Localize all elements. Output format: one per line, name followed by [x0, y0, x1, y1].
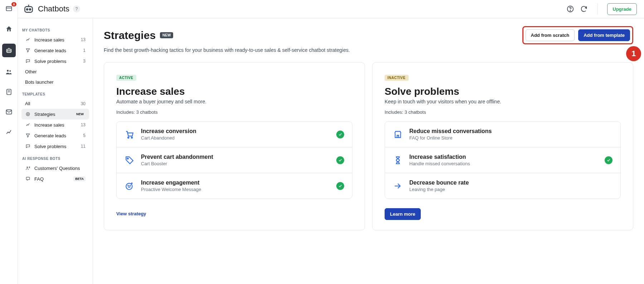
svg-rect-0 [6, 6, 11, 11]
help-circle-icon[interactable] [566, 5, 575, 13]
svg-rect-16 [26, 177, 29, 180]
card-title: Increase sales [116, 86, 352, 97]
sidebar-item-solve-problems[interactable]: Solve problems3 [21, 56, 89, 67]
strategy-item[interactable]: Increase conversionCart Abandoned [117, 122, 352, 147]
sidebar-item-label: FAQ [34, 176, 44, 182]
sidebar-item-count: 13 [81, 37, 86, 42]
sidebar-item-tpl-generate-leads[interactable]: Generate leads5 [21, 130, 89, 141]
inbox-icon [5, 5, 13, 13]
svg-point-15 [27, 167, 28, 168]
sidebar-item-tpl-increase-sales[interactable]: Increase sales13 [21, 119, 89, 130]
page-title: Strategies [104, 29, 156, 41]
add-from-scratch-button[interactable]: Add from scratch [526, 29, 575, 41]
svg-point-13 [26, 112, 29, 116]
add-from-template-button[interactable]: Add from template [578, 29, 630, 41]
mail-icon [5, 108, 13, 116]
sidebar-item-count: 11 [81, 144, 86, 149]
svg-point-4 [7, 70, 9, 72]
sidebar-item-badge: NEW [74, 112, 86, 117]
svg-point-9 [26, 9, 28, 10]
strategy-item[interactable]: Decrease bounce rateLeaving the page [385, 173, 620, 199]
svg-point-18 [131, 137, 132, 138]
item-title: Decrease bounce rate [409, 180, 613, 186]
card-desc: Automate a buyer journey and sell more. [116, 99, 352, 104]
funnel-icon [25, 48, 31, 53]
card-includes: Includes: 3 chatbots [116, 109, 352, 115]
store-icon [393, 129, 403, 139]
strategy-item[interactable]: Increase engagementProactive Welcome Mes… [117, 173, 352, 199]
strategy-item[interactable]: Increase satisfactionHandle missed conve… [385, 147, 620, 173]
sidebar-item-bots-launcher[interactable]: Bots launcher [21, 77, 89, 87]
robot-logo-icon [23, 3, 34, 15]
chart-icon [5, 128, 13, 136]
sidebar-item-count: 13 [81, 122, 86, 127]
strategy-card-solve-problems: INACTIVE Solve problems Keep in touch wi… [372, 62, 633, 230]
refresh-icon[interactable] [580, 5, 588, 13]
strategy-card-increase-sales: ACTIVE Increase sales Automate a buyer j… [104, 62, 365, 230]
sidebar-item-generate-leads[interactable]: Generate leads1 [21, 45, 89, 56]
upgrade-button[interactable]: Upgrade [607, 3, 637, 15]
rail-contacts[interactable] [4, 67, 14, 77]
sidebar-item-increase-sales[interactable]: Increase sales13 [21, 34, 89, 45]
rail-docs[interactable] [4, 87, 14, 97]
item-sub: Proactive Welcome Message [141, 187, 330, 192]
home-icon [5, 25, 13, 33]
sidebar-item-count: 3 [83, 59, 86, 64]
rail-chatbots[interactable] [2, 44, 16, 57]
rail-home[interactable] [4, 24, 14, 34]
sidebar-item-other[interactable]: Other [21, 67, 89, 77]
strategy-item[interactable]: Prevent cart abandonmentCart Booster [117, 147, 352, 173]
item-title: Increase conversion [141, 128, 330, 134]
sidebar-item-faq[interactable]: FAQBETA [21, 173, 89, 184]
person-voice-icon [25, 165, 31, 171]
annotation-marker: 1 [626, 46, 641, 61]
svg-rect-8 [25, 6, 32, 12]
sidebar-item-badge: BETA [73, 176, 86, 181]
funnel-icon [25, 133, 31, 138]
note-icon [5, 88, 13, 96]
sidebar-item-label: All [25, 101, 30, 106]
nav-rail: 6 [0, 0, 18, 284]
sidebar-item-label: Strategies [34, 112, 55, 117]
learn-more-button[interactable]: Learn more [385, 208, 421, 220]
item-title: Increase engagement [141, 180, 330, 186]
chat-icon [25, 143, 31, 149]
svg-point-14 [27, 113, 29, 115]
item-sub: Leaving the page [409, 187, 613, 192]
item-title: Prevent cart abandonment [141, 154, 330, 160]
status-badge: ACTIVE [116, 75, 136, 81]
svg-point-10 [29, 9, 31, 10]
sidebar-item-tpl-solve-problems[interactable]: Solve problems11 [21, 141, 89, 152]
cart-icon [125, 129, 135, 139]
rail-mail[interactable] [4, 107, 14, 117]
item-title: Reduce missed conversations [409, 128, 613, 134]
trend-up-icon [25, 37, 31, 43]
rail-badge: 6 [11, 2, 16, 6]
item-sub: FAQ for Online Store [409, 135, 613, 141]
content: Strategies NEW Add from scratch Add from… [93, 18, 644, 284]
topbar: Chatbots ? Upgrade [18, 0, 644, 18]
item-title: Increase satisfaction [409, 154, 598, 160]
sidebar-item-label: Increase sales [34, 122, 64, 128]
view-strategy-link[interactable]: View strategy [116, 208, 146, 219]
smile-plus-icon [125, 181, 135, 191]
sidebar-item-label: Bots launcher [25, 79, 54, 85]
card-title: Solve problems [385, 86, 621, 97]
svg-point-12 [570, 10, 571, 11]
sidebar-item-count: 1 [83, 48, 86, 53]
rail-analytics[interactable] [4, 127, 14, 137]
chat-square-icon [25, 176, 31, 182]
sidebar-item-all[interactable]: All30 [21, 98, 89, 109]
svg-point-20 [126, 183, 132, 189]
sidebar-item-customers-questions[interactable]: Customers' Questions [21, 163, 89, 173]
people-icon [5, 68, 13, 75]
svg-point-2 [8, 50, 8, 51]
rail-inbox[interactable]: 6 [4, 4, 14, 14]
help-icon[interactable]: ? [73, 5, 80, 13]
strategy-item[interactable]: Reduce missed conversationsFAQ for Onlin… [385, 122, 620, 147]
sidebar-item-strategies[interactable]: StrategiesNEW [21, 109, 89, 119]
status-badge: INACTIVE [385, 75, 409, 81]
card-includes: Includes: 3 chatbots [385, 109, 621, 115]
svg-point-21 [128, 185, 128, 186]
topbar-divider [597, 3, 598, 15]
